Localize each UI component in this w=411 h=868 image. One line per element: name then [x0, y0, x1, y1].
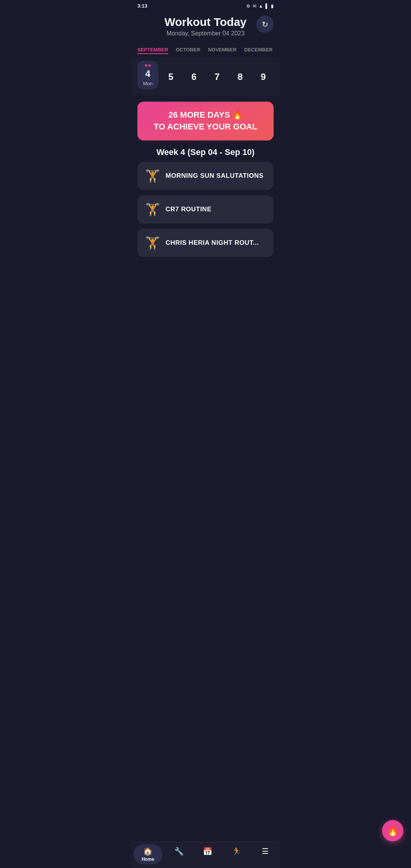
dot1 [145, 64, 147, 67]
settings-icon: ⚙ [246, 3, 250, 9]
day-name-4: Mon [143, 81, 153, 86]
workout-icon-1: 🏋️ [145, 169, 160, 183]
workout-name-3: CHRIS HERIA NIGHT ROUT... [166, 239, 259, 247]
calendar-day-9[interactable]: 9 [253, 64, 274, 87]
day-number-4: 4 [145, 69, 150, 79]
calendar-week: 4 Mon 5 6 7 8 9 [137, 61, 274, 89]
workout-name-1: MORNING SUN SALUTATIONS [166, 172, 263, 180]
calendar-day-6[interactable]: 6 [183, 64, 204, 87]
day-dots-4 [145, 64, 151, 67]
tab-september[interactable]: SEPTEMBER [137, 46, 168, 54]
calendar-day-7[interactable]: 7 [207, 64, 228, 87]
main-content: 26 MORE DAYS 🔥 TO ACHIEVE YOUR GOAL Week… [131, 102, 280, 293]
workout-card-1[interactable]: 🏋️ MORNING SUN SALUTATIONS [137, 162, 274, 190]
goal-banner-line1: 26 MORE DAYS 🔥 [145, 109, 266, 121]
month-tabs: SEPTEMBER OCTOBER NOVEMBER DECEMBER [131, 45, 280, 57]
workout-icon-2: 🏋️ [145, 202, 160, 217]
calendar-day-4[interactable]: 4 Mon [137, 61, 158, 89]
day-number-8: 8 [237, 72, 242, 82]
status-icons: ⚙ ✉ ▲ ▌ ▮ [246, 3, 274, 9]
header: Workout Today Monday, September 04 2023 … [131, 12, 280, 45]
tab-october[interactable]: OCTOBER [176, 46, 201, 54]
gmail-icon: ✉ [253, 3, 256, 9]
calendar-day-8[interactable]: 8 [230, 64, 251, 87]
tab-november[interactable]: NOVEMBER [208, 46, 237, 54]
wifi-icon: ▲ [259, 3, 263, 9]
current-date: Monday, September 04 2023 [166, 30, 244, 37]
workout-icon-3: 🏋️ [145, 236, 160, 250]
refresh-icon: ↻ [262, 20, 268, 29]
status-bar: 3:13 ⚙ ✉ ▲ ▌ ▮ [131, 0, 280, 12]
battery-icon: ▮ [271, 3, 274, 9]
day-number-9: 9 [261, 72, 266, 82]
workout-name-2: CR7 ROUTINE [166, 206, 212, 213]
goal-banner[interactable]: 26 MORE DAYS 🔥 TO ACHIEVE YOUR GOAL [137, 102, 274, 140]
workout-card-2[interactable]: 🏋️ CR7 ROUTINE [137, 195, 274, 223]
calendar-day-5[interactable]: 5 [161, 64, 182, 87]
day-number-7: 7 [215, 72, 220, 82]
day-number-5: 5 [168, 72, 173, 82]
status-time: 3:13 [137, 3, 147, 9]
calendar-section: 4 Mon 5 6 7 8 9 [131, 57, 280, 96]
day-number-6: 6 [191, 72, 196, 82]
signal-icon: ▌ [265, 3, 269, 9]
workout-card-3[interactable]: 🏋️ CHRIS HERIA NIGHT ROUT... [137, 229, 274, 257]
app-title: Workout Today [164, 16, 247, 29]
week-heading: Week 4 (Sep 04 - Sep 10) [137, 147, 274, 157]
dot2 [148, 64, 151, 67]
goal-banner-line2: TO ACHIEVE YOUR GOAL [145, 121, 266, 133]
tab-december[interactable]: DECEMBER [244, 46, 272, 54]
refresh-button[interactable]: ↻ [256, 16, 274, 33]
